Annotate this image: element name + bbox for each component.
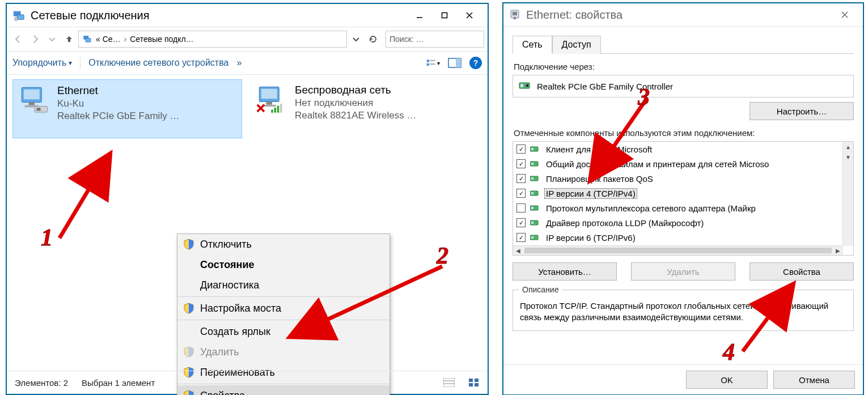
close-button[interactable] — [832, 6, 857, 23]
tab-network[interactable]: Сеть — [513, 36, 552, 54]
refresh-button[interactable] — [365, 31, 381, 47]
svg-rect-25 — [271, 110, 273, 113]
configure-button[interactable]: Настроить… — [750, 102, 854, 120]
forward-button[interactable] — [27, 31, 43, 47]
horizontal-scrollbar[interactable]: ◀▶ — [513, 245, 843, 255]
svg-rect-36 — [469, 383, 473, 386]
svg-rect-23 — [266, 102, 273, 105]
adapter-name: Realtek PCIe GbE Family Controller — [537, 82, 673, 91]
cancel-button[interactable]: Отмена — [773, 371, 855, 389]
component-row[interactable]: ✓Общий доступ к файлам и принтерам для с… — [513, 156, 843, 171]
connect-via-label: Подключение через: — [514, 62, 853, 71]
component-row[interactable]: ✓IP версии 4 (TCP/IPv4) — [513, 186, 843, 201]
title-bar: Ethernet: свойства — [503, 3, 863, 27]
protocol-icon — [530, 175, 540, 182]
status-selection: Выбран 1 элемент — [82, 378, 155, 388]
component-row[interactable]: ✓Планировщик пакетов QoS — [513, 171, 843, 186]
up-button[interactable] — [61, 31, 77, 47]
connection-tile-wireless[interactable]: Беспроводная сеть Нет подключения Realte… — [251, 79, 480, 138]
connection-tile-ethernet[interactable]: Ethernet Ku-Ku Realtek PCIe GbE Family … — [12, 79, 242, 138]
properties-button[interactable]: Свойства — [750, 262, 854, 281]
breadcrumb[interactable]: Сетевые подкл… — [130, 35, 193, 44]
checkbox[interactable]: ✓ — [516, 233, 526, 242]
tab-sharing[interactable]: Доступ — [552, 36, 601, 54]
component-row[interactable]: Протокол мультиплексора сетевого адаптер… — [513, 201, 843, 215]
tabs: Сеть Доступ — [513, 36, 854, 54]
checkbox[interactable]: ✓ — [516, 159, 526, 168]
component-row[interactable]: ✓Клиент для сетей Microsoft — [513, 142, 843, 156]
svg-rect-12 — [430, 63, 435, 64]
svg-rect-45 — [526, 84, 528, 87]
checkbox[interactable] — [516, 203, 526, 213]
ok-button[interactable]: OK — [686, 371, 768, 389]
svg-rect-31 — [443, 378, 455, 387]
svg-rect-39 — [513, 12, 517, 15]
window-title: Сетевые подключения — [31, 9, 407, 22]
install-button[interactable]: Установить… — [513, 262, 617, 281]
search-box[interactable]: Поиск: … — [386, 31, 484, 48]
description-text: Протокол TCP/IP. Стандартный протокол гл… — [520, 301, 828, 322]
svg-rect-40 — [514, 17, 516, 19]
svg-rect-34 — [469, 379, 473, 382]
annotation-number-1: 1 — [41, 226, 53, 249]
menu-create-shortcut[interactable]: Создать ярлык — [177, 321, 389, 342]
checkbox[interactable]: ✓ — [516, 218, 526, 227]
svg-rect-49 — [531, 163, 533, 165]
minimize-button[interactable] — [407, 7, 432, 24]
maximize-button[interactable] — [432, 7, 457, 24]
address-dropdown[interactable] — [348, 31, 364, 47]
annotation-number-3: 3 — [638, 85, 650, 109]
component-label: Клиент для сетей Microsoft — [545, 145, 653, 154]
component-label: IP версии 4 (TCP/IPv4) — [545, 189, 637, 198]
help-button[interactable]: ? — [469, 57, 482, 69]
toolbar-overflow[interactable]: » — [236, 58, 242, 68]
menu-status[interactable]: Состояние — [177, 254, 389, 275]
svg-rect-1 — [17, 15, 24, 19]
checkbox[interactable]: ✓ — [516, 174, 526, 183]
toolbar: Упорядочить ▾ Отключение сетевого устрой… — [7, 52, 488, 75]
svg-rect-59 — [531, 236, 533, 239]
organize-button[interactable]: Упорядочить ▾ — [12, 58, 72, 68]
checkbox[interactable]: ✓ — [516, 145, 526, 154]
svg-rect-57 — [531, 222, 533, 224]
protocol-icon — [530, 233, 540, 241]
vertical-scrollbar[interactable]: ▲▼ — [842, 142, 853, 246]
connections-area: Ethernet Ku-Ku Realtek PCIe GbE Family … — [7, 75, 488, 367]
connection-name: Беспроводная сеть — [295, 84, 416, 96]
component-row[interactable]: ✓IP версии 6 (TCP/IPv6) — [513, 230, 843, 245]
component-label: Драйвер протокола LLDP (Майкрософт) — [545, 218, 705, 228]
ethernet-icon — [19, 84, 50, 116]
svg-rect-17 — [29, 103, 35, 105]
toolbar-separator — [80, 57, 81, 69]
tiles-view-icon[interactable] — [468, 378, 480, 387]
svg-rect-14 — [456, 58, 461, 67]
close-button[interactable] — [457, 7, 482, 24]
network-folder-icon — [82, 34, 92, 44]
svg-rect-22 — [261, 89, 277, 99]
back-button[interactable] — [10, 31, 26, 47]
component-label: Общий доступ к файлам и принтерам для се… — [545, 159, 770, 169]
breadcrumb[interactable]: « Се… — [96, 35, 121, 44]
details-view-icon[interactable] — [443, 378, 455, 387]
checkbox[interactable]: ✓ — [516, 189, 526, 198]
svg-rect-20 — [37, 108, 41, 111]
recent-dropdown[interactable] — [44, 31, 60, 47]
preview-pane-button[interactable] — [448, 57, 461, 69]
view-options-button[interactable]: ▾ — [426, 57, 440, 69]
address-bar[interactable]: « Се… › Сетевые подкл… — [78, 31, 347, 48]
ethernet-properties-window: Ethernet: свойства Сеть Доступ Подключен… — [502, 2, 864, 395]
menu-diagnose[interactable]: Диагностика — [177, 275, 389, 295]
connection-device: Realtek PCIe GbE Family … — [57, 111, 179, 122]
disable-device-button[interactable]: Отключение сетевого устройства — [88, 58, 228, 68]
menu-bridge[interactable]: Настройка моста — [177, 298, 389, 318]
protocol-icon — [530, 160, 540, 168]
title-bar: Сетевые подключения — [7, 4, 488, 27]
protocol-icon — [530, 189, 540, 197]
menu-disable[interactable]: Отключить — [177, 234, 389, 254]
description-box: Описание Протокол TCP/IP. Стандартный пр… — [513, 290, 854, 331]
adapter-box: Realtek PCIe GbE Family Controller — [513, 75, 854, 97]
network-connections-window: Сетевые подключения « Се… › Сетевые подк… — [6, 3, 489, 395]
dialog-footer: OK Отмена — [503, 364, 863, 394]
component-label: Планировщик пакетов QoS — [545, 174, 654, 184]
component-row[interactable]: ✓Драйвер протокола LLDP (Майкрософт) — [513, 215, 843, 230]
